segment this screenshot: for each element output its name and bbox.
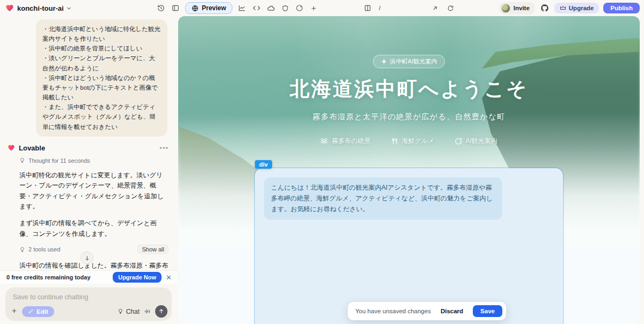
feature-label: 霧多布の絶景 bbox=[332, 136, 370, 146]
cloud-icon bbox=[267, 4, 275, 12]
feature-label: 海鮮グルメ bbox=[402, 136, 435, 146]
assistant-paragraph: 浜中町の情報を確認しました。霧多布湿原・霧多布岬、ルパン三世の聖地、酪農、海鮮グ… bbox=[19, 261, 169, 270]
message-list: ・北海道浜中町という地域に特化した観光案内サイトを作りたい ・浜中町の絶景を背景… bbox=[0, 16, 177, 270]
assistant-paragraph: 浜中町特化の観光サイトに変更します。淡いグリーン・ブルーのデザインテーマ、絶景背… bbox=[19, 170, 169, 212]
composer-toolbar: Edit Chat bbox=[11, 305, 167, 318]
external-link-icon bbox=[431, 5, 438, 12]
thought-row[interactable]: Thought for 11 seconds bbox=[19, 157, 169, 164]
scroll-to-bottom-button[interactable] bbox=[80, 251, 93, 264]
add-button[interactable] bbox=[309, 4, 318, 13]
hero-badge: 浜中町AI観光案内 bbox=[373, 55, 445, 68]
plus-icon bbox=[11, 307, 18, 314]
refresh-button[interactable] bbox=[446, 4, 455, 13]
feature-label: AI観光案内 bbox=[465, 136, 497, 146]
upgrade-button[interactable]: Upgrade bbox=[554, 3, 599, 13]
panel-icon bbox=[172, 4, 179, 12]
globe-icon bbox=[192, 5, 199, 12]
unsaved-changes-message: You have unsaved changes bbox=[355, 308, 431, 314]
shield-icon bbox=[282, 5, 289, 12]
url-path[interactable]: / bbox=[379, 5, 380, 11]
user-avatar bbox=[501, 4, 510, 13]
voice-input-icon[interactable] bbox=[144, 308, 151, 315]
chevron-down-icon bbox=[67, 6, 71, 11]
pen-icon bbox=[28, 308, 34, 314]
lovable-logo-icon bbox=[8, 144, 15, 152]
project-name-button[interactable]: konchi-tour-ai bbox=[17, 4, 71, 12]
chat-mode-button[interactable]: Chat bbox=[118, 308, 140, 315]
feature-seafood: 海鮮グルメ bbox=[391, 136, 435, 146]
crown-icon bbox=[560, 5, 566, 11]
lightbulb-icon bbox=[19, 157, 25, 163]
github-icon bbox=[540, 4, 549, 12]
security-button[interactable] bbox=[281, 4, 290, 13]
open-in-new-tab-button[interactable] bbox=[430, 4, 440, 13]
utensils-icon bbox=[391, 138, 399, 145]
ai-chat-widget[interactable]: こんにちは！北海道浜中町の観光案内AIアシスタントです。霧多布湿原や霧多布岬の絶… bbox=[255, 168, 563, 324]
unsaved-changes-bar: You have unsaved changes Discard Save bbox=[348, 302, 506, 320]
thought-label: Thought for 11 seconds bbox=[28, 157, 90, 164]
chat-bubble-icon bbox=[455, 138, 462, 145]
history-icon bbox=[157, 4, 165, 12]
user-message: ・北海道浜中町という地域に特化した観光案内サイトを作りたい ・浜中町の絶景を背景… bbox=[36, 19, 167, 136]
hero-subtitle: 霧多布湿原と太平洋の絶景が広がる、自然豊かな町 bbox=[313, 112, 506, 122]
hero-title: 北海道浜中町へようこそ bbox=[290, 76, 528, 103]
close-banner-button[interactable]: ✕ bbox=[166, 273, 172, 282]
lovable-logo-icon bbox=[5, 4, 14, 12]
site-preview: 浜中町AI観光案内 北海道浜中町へようこそ 霧多布湿原と太平洋の絶景が広がる、自… bbox=[178, 16, 640, 324]
element-selector-tag: div bbox=[255, 160, 272, 169]
topbar: konchi-tour-ai Preview bbox=[0, 0, 644, 16]
feature-kiritappu-scenery: 霧多布の絶景 bbox=[320, 136, 370, 146]
preview-label: Preview bbox=[202, 4, 226, 12]
assistant-paragraph: まず浜中町の情報を調べてから、デザインと画像、コンテンツを作成します。 bbox=[19, 218, 169, 239]
analytics-button[interactable] bbox=[237, 3, 247, 13]
waves-icon bbox=[320, 137, 328, 145]
plus-icon bbox=[310, 5, 317, 12]
arrow-up-icon bbox=[158, 308, 164, 314]
hero-features: 霧多布の絶景 海鮮グルメ AI観光案内 bbox=[320, 136, 497, 146]
publish-button[interactable]: Publish bbox=[603, 3, 640, 13]
app-root: konchi-tour-ai Preview bbox=[0, 0, 644, 324]
book-icon bbox=[364, 4, 371, 12]
message-menu-button[interactable]: ••• bbox=[159, 144, 169, 152]
code-icon bbox=[253, 4, 260, 12]
lightbulb-icon bbox=[118, 308, 123, 314]
credits-banner: 0 free credits remaining today Upgrade N… bbox=[0, 270, 177, 284]
tools-used-row: 2 tools used Show all bbox=[19, 244, 169, 254]
project-name: konchi-tour-ai bbox=[17, 4, 64, 12]
chat-mode-label: Chat bbox=[126, 308, 140, 315]
edit-mode-pill[interactable]: Edit bbox=[22, 306, 54, 317]
lightbulb-icon bbox=[19, 247, 25, 253]
show-all-tools-button[interactable]: Show all bbox=[137, 244, 169, 254]
discard-button[interactable]: Discard bbox=[437, 306, 466, 316]
edit-circle-icon bbox=[296, 4, 303, 12]
invite-button[interactable]: Invite bbox=[499, 2, 535, 15]
assistant-header: Lovable ••• bbox=[8, 144, 169, 152]
upgrade-label: Upgrade bbox=[569, 5, 594, 11]
sparkle-icon bbox=[381, 59, 387, 64]
send-button[interactable] bbox=[155, 305, 167, 318]
edit-pill-label: Edit bbox=[36, 308, 48, 315]
assistant-name: Lovable bbox=[19, 144, 45, 152]
edit-mode-button[interactable] bbox=[295, 3, 304, 13]
tools-used-label: 2 tools used bbox=[28, 246, 60, 253]
chat-composer: Edit Chat bbox=[5, 287, 172, 321]
preview-button[interactable]: Preview bbox=[185, 2, 232, 14]
arrow-down-icon bbox=[84, 255, 90, 261]
chat-sidebar: ・北海道浜中町という地域に特化した観光案内サイトを作りたい ・浜中町の絶景を背景… bbox=[0, 16, 177, 324]
toggle-sidebar-button[interactable] bbox=[171, 3, 180, 13]
pages-button[interactable] bbox=[363, 3, 372, 13]
invite-label: Invite bbox=[514, 5, 530, 11]
chart-icon bbox=[238, 4, 246, 12]
refresh-icon bbox=[447, 5, 454, 12]
code-button[interactable] bbox=[252, 3, 261, 13]
history-button[interactable] bbox=[156, 3, 166, 13]
cloud-button[interactable] bbox=[266, 3, 276, 13]
attach-button[interactable] bbox=[11, 307, 18, 316]
ai-assistant-message: こんにちは！北海道浜中町の観光案内AIアシスタントです。霧多布湿原や霧多布岬の絶… bbox=[264, 177, 502, 220]
feature-ai-guide: AI観光案内 bbox=[455, 136, 497, 146]
hero-badge-label: 浜中町AI観光案内 bbox=[390, 57, 437, 66]
credits-text: 0 free credits remaining today bbox=[6, 274, 108, 280]
save-button[interactable]: Save bbox=[473, 305, 502, 317]
upgrade-now-button[interactable]: Upgrade Now bbox=[113, 272, 162, 283]
github-button[interactable] bbox=[539, 3, 550, 13]
